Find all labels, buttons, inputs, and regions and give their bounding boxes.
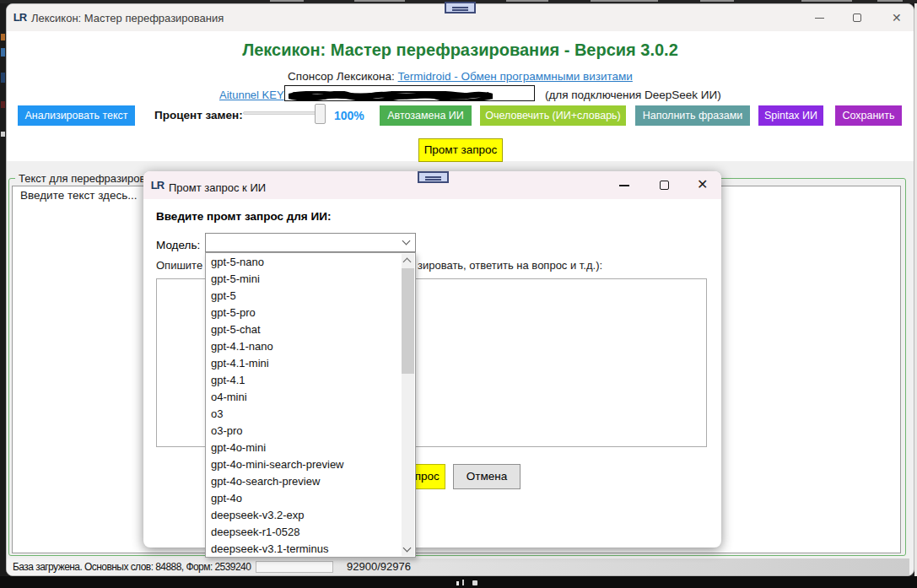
status-bar: База загружена. Основных слов: 84888, Фо… — [7, 558, 909, 575]
model-option[interactable]: gpt-5-mini — [206, 271, 402, 288]
model-option[interactable]: gpt-4.1-nano — [206, 338, 402, 355]
percent-slider-thumb[interactable] — [315, 104, 326, 124]
scroll-up-icon[interactable] — [403, 258, 412, 267]
status-counter: 92900/92976 — [347, 558, 411, 575]
model-option[interactable]: o3 — [206, 406, 402, 423]
analyze-button[interactable]: Анализировать текст — [18, 105, 135, 126]
percent-slider[interactable] — [243, 111, 320, 115]
page-title: Лексикон: Мастер перефразирования - Верс… — [7, 40, 914, 60]
model-dropdown-list: gpt-5-nanogpt-5-minigpt-5gpt-5-progpt-5-… — [205, 252, 416, 558]
main-window-title: Лексикон: Мастер перефразирования — [31, 12, 224, 24]
describe-label-left: Опишите ч — [156, 259, 212, 272]
model-option[interactable]: gpt-5-pro — [206, 305, 402, 321]
aitunnel-key-link[interactable]: Aitunnel KEY — [219, 89, 284, 101]
model-option[interactable]: gpt-5-nano — [206, 254, 402, 271]
sponsor-prefix: Спонсор Лексикона: — [288, 70, 397, 83]
model-label: Модель: — [156, 239, 200, 251]
prompt-request-button[interactable]: Промт запрос — [418, 138, 503, 162]
model-option[interactable]: gpt-4o-search-preview — [206, 473, 402, 490]
dialog-logo-icon: LR — [150, 178, 165, 192]
model-option[interactable]: deepseek-r1-0528 — [206, 524, 402, 541]
close-icon[interactable]: ✕ — [892, 12, 902, 24]
desktop-left-edge — [0, 3, 6, 576]
chevron-down-icon — [402, 237, 411, 245]
model-option[interactable]: gpt-4.1 — [206, 372, 402, 389]
model-option[interactable]: o4-mini — [206, 389, 402, 406]
model-option[interactable]: deepseek-v3.1-terminus — [206, 541, 402, 558]
deepseek-note: (для подключения DeepSeek ИИ) — [545, 89, 721, 101]
dialog-minimize-icon[interactable] — [619, 185, 629, 186]
status-progressbar — [256, 561, 333, 573]
dialog-maximize-icon[interactable] — [660, 181, 669, 190]
percent-value: 100% — [334, 105, 364, 126]
humanize-button[interactable]: Очеловечить (ИИ+словарь) — [480, 105, 626, 126]
fill-phrases-button[interactable]: Наполнить фразами — [635, 105, 750, 126]
percent-label: Процент замен: — [154, 105, 243, 126]
enter-prompt-label: Введите промт запрос для ИИ: — [156, 210, 331, 223]
model-option[interactable]: gpt-4o — [206, 490, 402, 507]
cancel-button[interactable]: Отмена — [453, 464, 521, 489]
save-button[interactable]: Сохранить — [835, 105, 902, 126]
model-option[interactable]: gpt-5-chat — [206, 321, 402, 338]
dropdown-scrollbar[interactable] — [402, 254, 414, 556]
scrollbar-thumb[interactable] — [402, 268, 414, 374]
model-combobox[interactable] — [205, 233, 416, 252]
minimize-icon[interactable] — [815, 18, 824, 19]
describe-label-right: зировать, ответить на вопрос и т.д.): — [418, 259, 602, 272]
model-option[interactable]: gpt-4o-mini-search-preview — [206, 456, 402, 473]
model-option[interactable]: o3-pro — [206, 423, 402, 440]
dialog-snap-layout-tab — [418, 171, 449, 183]
dialog-title: Промт запрос к ИИ — [169, 180, 266, 195]
source-text-placeholder: Введите текст здесь... — [20, 189, 138, 202]
snap-layout-tab — [445, 2, 476, 13]
spintax-button[interactable]: Spintax ИИ — [758, 105, 823, 126]
model-option[interactable]: deepseek-v3.2-exp — [206, 507, 402, 524]
scroll-down-icon[interactable] — [403, 544, 412, 553]
taskbar — [0, 576, 917, 588]
api-key-input[interactable] — [284, 85, 535, 101]
model-option[interactable]: gpt-4.1-mini — [206, 355, 402, 372]
redacted-key — [289, 89, 493, 99]
app-logo-icon: LR — [13, 10, 27, 24]
sponsor-link[interactable]: Termidroid - Обмен программными визитами — [398, 70, 633, 83]
dialog-close-icon[interactable]: ✕ — [697, 178, 708, 192]
sponsor-line: Спонсор Лексикона: Termidroid - Обмен пр… — [7, 70, 914, 83]
model-option[interactable]: gpt-4o-mini — [206, 440, 402, 456]
autoreplace-button[interactable]: Автозамена ИИ — [380, 105, 472, 126]
maximize-icon[interactable] — [853, 13, 861, 22]
model-option[interactable]: gpt-5 — [206, 288, 402, 305]
status-text: База загружена. Основных слов: 84888, Фо… — [13, 558, 251, 575]
